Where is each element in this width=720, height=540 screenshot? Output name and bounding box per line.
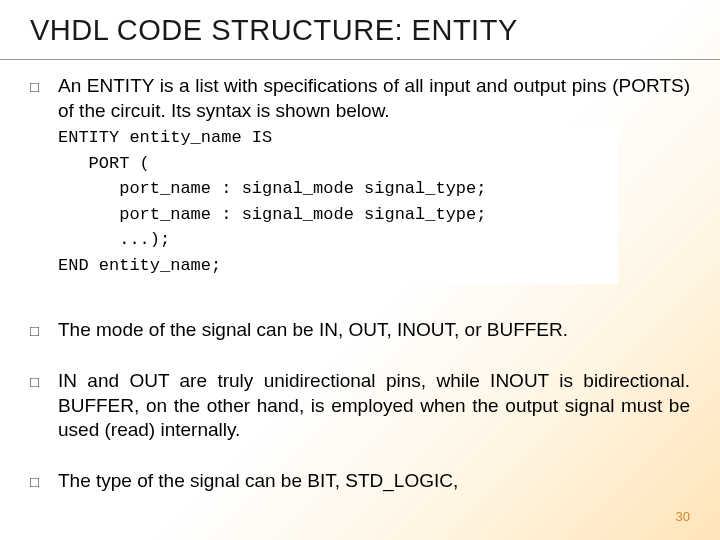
code-block: ENTITY entity_name IS PORT ( port_name :… xyxy=(58,125,618,284)
bullet-marker: □ xyxy=(30,318,58,343)
bullet-item-3: □ IN and OUT are truly unidirectional pi… xyxy=(30,369,690,443)
title-underline xyxy=(0,59,720,60)
bullet-marker: □ xyxy=(30,369,58,443)
bullet-marker: □ xyxy=(30,74,58,292)
bullet-text-4: The type of the signal can be BIT, STD_L… xyxy=(58,469,690,494)
bullet-item-4: □ The type of the signal can be BIT, STD… xyxy=(30,469,690,494)
bullet-text-3: IN and OUT are truly unidirectional pins… xyxy=(58,369,690,443)
bullet-body: An ENTITY is a list with specifications … xyxy=(58,74,690,292)
bullet-text-2: The mode of the signal can be IN, OUT, I… xyxy=(58,318,690,343)
slide-title: VHDL CODE STRUCTURE: ENTITY xyxy=(30,14,690,47)
bullet-text-1: An ENTITY is a list with specifications … xyxy=(58,74,690,123)
bullet-item-1: □ An ENTITY is a list with specification… xyxy=(30,74,690,292)
bullet-item-2: □ The mode of the signal can be IN, OUT,… xyxy=(30,318,690,343)
bullet-marker: □ xyxy=(30,469,58,494)
slide-number: 30 xyxy=(676,509,690,524)
